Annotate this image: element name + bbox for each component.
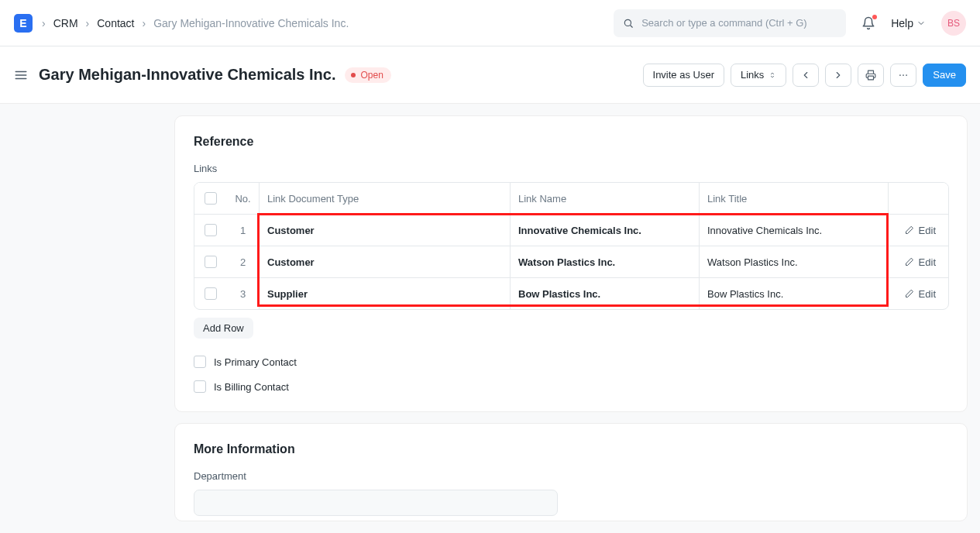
breadcrumb: › CRM › Contact › Gary Mehigan-Innovativ… [42, 17, 349, 29]
checkbox[interactable] [194, 356, 206, 368]
page-content: Reference Links No. Link Document Type L… [0, 104, 980, 533]
col-type: Link Document Type [260, 183, 511, 214]
table-row[interactable]: 1 Customer Innovative Chemicals Inc. Inn… [194, 214, 948, 246]
chevron-right-icon: › [42, 17, 46, 29]
cell-type[interactable]: Supplier [260, 278, 511, 309]
app-logo[interactable]: E [14, 14, 33, 33]
table-row[interactable]: 2 Customer Watson Plastics Inc. Watson P… [194, 246, 948, 277]
chevron-right-icon [833, 70, 844, 81]
col-name: Link Name [511, 183, 700, 214]
table-row[interactable]: 3 Supplier Bow Plastics Inc. Bow Plastic… [194, 277, 948, 309]
prev-button[interactable] [793, 64, 819, 87]
row-checkbox[interactable] [205, 287, 217, 300]
checkbox[interactable] [194, 380, 206, 393]
print-button[interactable] [858, 64, 884, 87]
is-primary-contact[interactable]: Is Primary Contact [194, 356, 948, 368]
breadcrumb-contact[interactable]: Contact [97, 17, 134, 29]
row-checkbox[interactable] [205, 224, 217, 236]
save-button[interactable]: Save [923, 64, 966, 87]
svg-point-2 [899, 74, 901, 76]
chevron-down-icon [916, 19, 926, 28]
col-actions [889, 183, 948, 214]
help-menu[interactable]: Help [891, 17, 926, 29]
row-checkbox[interactable] [205, 256, 217, 268]
user-avatar[interactable]: BS [941, 11, 966, 36]
svg-rect-1 [868, 76, 874, 80]
help-label: Help [891, 17, 913, 29]
notification-badge [872, 15, 877, 19]
edit-icon [905, 225, 914, 235]
edit-row-button[interactable]: Edit [889, 246, 948, 277]
edit-label: Edit [919, 225, 936, 236]
cell-name[interactable]: Innovative Chemicals Inc. [511, 215, 700, 246]
reference-section: Reference Links No. Link Document Type L… [174, 115, 968, 412]
links-table: No. Link Document Type Link Name Link Ti… [194, 182, 949, 310]
breadcrumb-current: Gary Mehigan-Innovative Chemicals Inc. [153, 17, 349, 29]
checkbox-label: Is Billing Contact [214, 381, 289, 393]
row-no: 2 [227, 246, 260, 277]
page-header: Gary Mehigan-Innovative Chemicals Inc. O… [0, 46, 980, 104]
sort-icon [769, 71, 776, 79]
menu-icon [14, 68, 28, 82]
edit-row-button[interactable]: Edit [889, 278, 948, 309]
cell-name[interactable]: Bow Plastics Inc. [511, 278, 700, 309]
invite-user-button[interactable]: Invite as User [643, 64, 724, 87]
links-label: Links [741, 69, 764, 81]
more-menu-button[interactable] [890, 64, 916, 87]
status-dot-icon [351, 73, 356, 77]
chevron-left-icon [800, 70, 811, 81]
more-info-heading: More Information [194, 442, 948, 456]
checkbox-label: Is Primary Contact [214, 356, 297, 368]
search-icon [623, 18, 634, 29]
printer-icon [865, 70, 876, 81]
svg-point-0 [625, 19, 631, 26]
cell-type[interactable]: Customer [260, 246, 511, 277]
department-label: Department [194, 470, 948, 482]
next-button[interactable] [825, 64, 851, 87]
page-actions: Invite as User Links Save [643, 64, 966, 87]
is-billing-contact[interactable]: Is Billing Contact [194, 380, 948, 393]
cell-name[interactable]: Watson Plastics Inc. [511, 246, 700, 277]
more-information-section: More Information Department [174, 423, 968, 521]
chevron-right-icon: › [86, 17, 90, 29]
notifications-button[interactable] [861, 16, 875, 30]
svg-point-3 [903, 74, 904, 76]
status-badge: Open [345, 67, 390, 83]
edit-label: Edit [919, 288, 936, 300]
search-placeholder: Search or type a command (Ctrl + G) [641, 17, 807, 29]
cell-type[interactable]: Customer [260, 215, 511, 246]
table-header: No. Link Document Type Link Name Link Ti… [194, 183, 948, 214]
chevron-right-icon: › [142, 17, 146, 29]
cell-title[interactable]: Bow Plastics Inc. [700, 278, 889, 309]
links-menu-button[interactable]: Links [731, 64, 786, 87]
edit-row-button[interactable]: Edit [889, 215, 948, 246]
sidebar-toggle[interactable] [14, 68, 28, 82]
svg-point-4 [906, 74, 908, 76]
cell-title[interactable]: Innovative Chemicals Inc. [700, 215, 889, 246]
col-title: Link Title [700, 183, 889, 214]
edit-label: Edit [919, 256, 936, 268]
add-row-button[interactable]: Add Row [194, 318, 253, 339]
col-no: No. [227, 183, 260, 214]
links-subheading: Links [194, 163, 948, 174]
global-search[interactable]: Search or type a command (Ctrl + G) [614, 9, 846, 37]
row-no: 3 [227, 278, 260, 309]
breadcrumb-crm[interactable]: CRM [53, 17, 78, 29]
status-text: Open [360, 70, 383, 81]
more-horizontal-icon [898, 70, 909, 81]
reference-heading: Reference [194, 135, 948, 149]
select-all-checkbox[interactable] [205, 192, 217, 205]
page-title: Gary Mehigan-Innovative Chemicals Inc. [39, 66, 335, 84]
cell-title[interactable]: Watson Plastics Inc. [700, 246, 889, 277]
row-no: 1 [227, 215, 260, 246]
edit-icon [905, 257, 914, 266]
department-input[interactable] [194, 490, 558, 516]
edit-icon [905, 289, 914, 298]
top-nav: E › CRM › Contact › Gary Mehigan-Innovat… [0, 0, 980, 46]
